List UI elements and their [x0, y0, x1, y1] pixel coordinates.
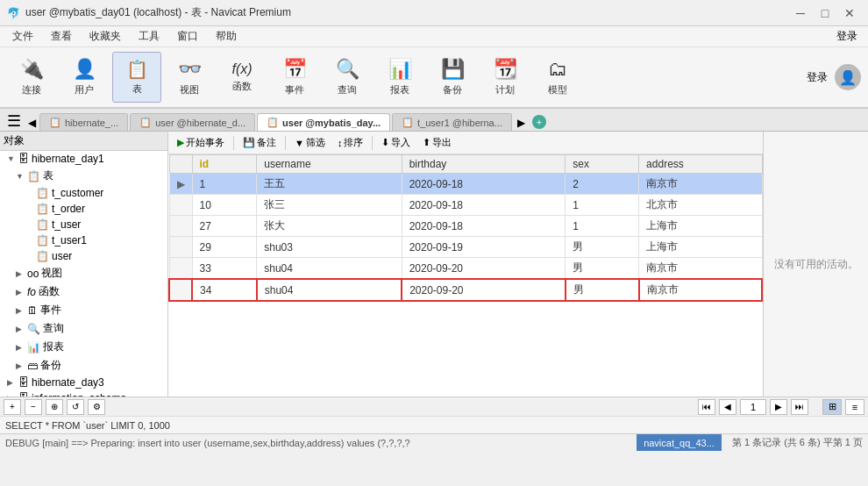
sidebar-item-t-user[interactable]: 📋 t_user	[0, 217, 167, 232]
col-header-sex[interactable]: sex	[566, 155, 639, 174]
tab-forward-button[interactable]: ▶	[514, 115, 529, 131]
menu-view[interactable]: 查看	[42, 27, 81, 46]
cell-username[interactable]: 王五	[257, 174, 402, 195]
form-view-button[interactable]: ≡	[845, 399, 864, 415]
settings-button[interactable]: ⚙	[88, 399, 105, 415]
table-row[interactable]: 33shu042020-09-20男南京市	[169, 258, 762, 280]
maximize-button[interactable]: □	[814, 2, 836, 25]
report-button[interactable]: 📊 报表	[375, 52, 424, 103]
cell-sex[interactable]: 1	[566, 216, 639, 237]
sidebar-item-tables-hibernate[interactable]: ▼ 📋 表	[0, 167, 167, 185]
sidebar-item-views-h[interactable]: ▶ oo 视图	[0, 264, 167, 282]
table-row[interactable]: 34shu042020-09-20男南京市	[169, 279, 762, 301]
tab-user-hibernate[interactable]: 📋 user @hibernate_d...	[130, 113, 255, 131]
cell-id[interactable]: 27	[192, 216, 257, 237]
import-button[interactable]: ⬇ 导入	[376, 134, 416, 151]
model-button[interactable]: 🗂 模型	[533, 52, 582, 103]
note-button[interactable]: 💾 备注	[238, 134, 281, 151]
cell-birthday[interactable]: 2020-09-20	[402, 258, 566, 280]
cell-id[interactable]: 29	[192, 237, 257, 258]
cell-sex[interactable]: 男	[566, 279, 639, 301]
menu-tools[interactable]: 工具	[130, 27, 168, 46]
cell-address[interactable]: 南京市	[639, 279, 762, 301]
cell-username[interactable]: 张大	[257, 216, 402, 237]
duplicate-row-button[interactable]: ⊕	[46, 399, 63, 415]
sidebar-item-hibernate-day3[interactable]: ▶ 🗄 hibernate_day3	[0, 375, 167, 390]
event-button[interactable]: 📅 事件	[270, 52, 319, 103]
tab-hibernate[interactable]: 📋 hibernate_...	[39, 113, 128, 131]
sidebar-item-user-h[interactable]: 📋 user	[0, 248, 167, 264]
sidebar-item-queries-h[interactable]: ▶ 🔍 查询	[0, 319, 167, 338]
sort-button[interactable]: ↕ 排序	[332, 134, 369, 151]
cell-birthday[interactable]: 2020-09-18	[402, 216, 566, 237]
cell-address[interactable]: 上海市	[639, 216, 762, 237]
sidebar-item-t-user1[interactable]: 📋 t_user1	[0, 232, 167, 248]
new-tab-button[interactable]: +	[532, 115, 546, 129]
cell-username[interactable]: shu04	[257, 279, 402, 301]
view-button[interactable]: 👓 视图	[165, 52, 214, 103]
sidebar-item-reports-h[interactable]: ▶ 📊 报表	[0, 338, 167, 356]
connect-button[interactable]: 🔌 连接	[7, 52, 56, 103]
cell-address[interactable]: 北京市	[639, 195, 762, 216]
login-button[interactable]: 登录	[836, 29, 864, 44]
table-row[interactable]: ▶1王五2020-09-182南京市	[169, 174, 762, 195]
cell-sex[interactable]: 男	[566, 237, 639, 258]
filter-button[interactable]: ▼ 筛选	[289, 134, 331, 151]
last-page-button[interactable]: ⏭	[791, 399, 808, 415]
minimize-button[interactable]: ─	[789, 2, 812, 25]
menu-file[interactable]: 文件	[4, 27, 42, 46]
cell-username[interactable]: 张三	[257, 195, 402, 216]
col-header-id[interactable]: id	[192, 155, 257, 174]
begin-tx-button[interactable]: ▶ 开始事务	[172, 134, 230, 151]
cell-id[interactable]: 33	[192, 258, 257, 280]
delete-row-button[interactable]: −	[25, 399, 42, 415]
cell-address[interactable]: 南京市	[639, 174, 762, 195]
tab-back-button[interactable]: ◀	[25, 115, 39, 131]
cell-sex[interactable]: 1	[566, 195, 639, 216]
cell-id[interactable]: 1	[192, 174, 257, 195]
cell-sex[interactable]: 2	[566, 174, 639, 195]
sidebar-item-t-order[interactable]: 📋 t_order	[0, 201, 167, 217]
cell-id[interactable]: 10	[192, 195, 257, 216]
prev-page-button[interactable]: ◀	[719, 399, 736, 415]
cell-id[interactable]: 34	[192, 279, 257, 301]
sidebar-item-information-schema[interactable]: ▶ 🗄 information_schema	[0, 390, 167, 397]
cell-birthday[interactable]: 2020-09-18	[402, 174, 566, 195]
tab-user-mybatis[interactable]: 📋 user @mybatis_day...	[257, 113, 390, 131]
cell-birthday[interactable]: 2020-09-20	[402, 279, 566, 301]
menu-window[interactable]: 窗口	[168, 27, 207, 46]
refresh-button[interactable]: ↺	[67, 399, 84, 415]
cell-birthday[interactable]: 2020-09-18	[402, 195, 566, 216]
first-page-button[interactable]: ⏮	[698, 399, 715, 415]
grid-view-button[interactable]: ⊞	[822, 399, 842, 415]
sidebar-item-backup-h[interactable]: ▶ 🗃 备份	[0, 356, 167, 375]
col-header-address[interactable]: address	[639, 155, 762, 174]
export-button[interactable]: ⬆ 导出	[417, 134, 457, 151]
table-button[interactable]: 📋 表	[112, 52, 161, 103]
cell-birthday[interactable]: 2020-09-19	[402, 237, 566, 258]
cell-sex[interactable]: 男	[566, 258, 639, 280]
sidebar-item-functions-h[interactable]: ▶ fo 函数	[0, 282, 167, 301]
col-header-birthday[interactable]: birthday	[402, 155, 566, 174]
table-row[interactable]: 27张大2020-09-181上海市	[169, 216, 762, 237]
schedule-button[interactable]: 📆 计划	[480, 52, 530, 103]
cell-address[interactable]: 南京市	[639, 258, 762, 280]
add-row-button[interactable]: +	[4, 399, 21, 415]
page-number-input[interactable]	[740, 399, 766, 415]
next-page-button[interactable]: ▶	[770, 399, 787, 415]
table-row[interactable]: 10张三2020-09-181北京市	[169, 195, 762, 216]
cell-username[interactable]: shu04	[257, 258, 402, 280]
login-text[interactable]: 登录	[807, 70, 828, 85]
table-row[interactable]: 29shu032020-09-19男上海市	[169, 237, 762, 258]
col-header-username[interactable]: username	[257, 155, 402, 174]
sidebar-item-hibernate-day1[interactable]: ▼ 🗄 hibernate_day1	[0, 151, 167, 167]
backup-button[interactable]: 💾 备份	[428, 52, 477, 103]
sidebar-item-events-h[interactable]: ▶ 🗓 事件	[0, 301, 167, 319]
cell-username[interactable]: shu03	[257, 237, 402, 258]
sidebar-item-t-customer[interactable]: 📋 t_customer	[0, 185, 167, 201]
sidebar-toggle-button[interactable]: ☰	[4, 111, 25, 131]
query-button[interactable]: 🔍 查询	[323, 52, 372, 103]
user-button[interactable]: 👤 用户	[60, 52, 109, 103]
cell-address[interactable]: 上海市	[639, 237, 762, 258]
function-button[interactable]: f(x) 函数	[217, 52, 267, 103]
